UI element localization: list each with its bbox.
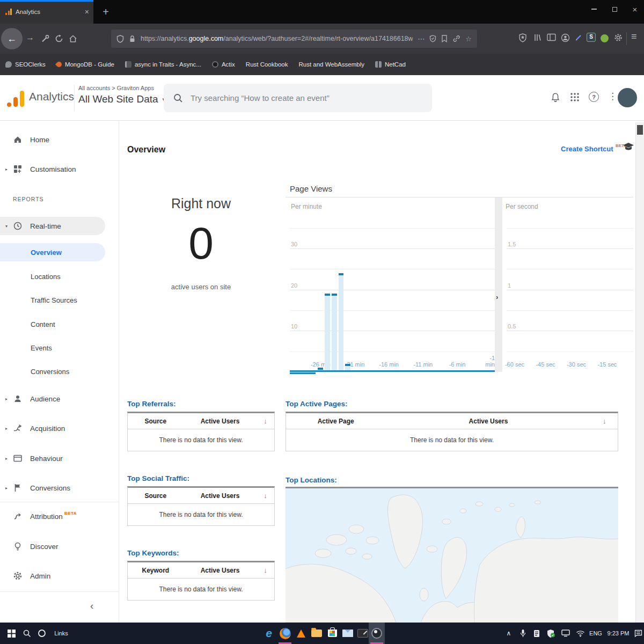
column-header-active-page[interactable]: Active Page xyxy=(286,418,385,425)
sidebar-item-realtime[interactable]: ▾ Real-time xyxy=(0,217,105,235)
sidebar-item-home[interactable]: Home xyxy=(0,130,107,149)
expand-caret-icon[interactable]: ▸ xyxy=(2,486,11,491)
sidebar-item-attribution[interactable]: Attribution BETA xyxy=(0,507,107,525)
search-input[interactable] xyxy=(191,93,422,103)
forward-button[interactable]: → xyxy=(26,33,34,42)
back-button[interactable]: ← xyxy=(1,28,23,49)
tracking-shield-icon[interactable] xyxy=(116,35,124,43)
create-shortcut-link[interactable]: Create Shortcut xyxy=(561,145,613,153)
taskbar-search-icon[interactable] xyxy=(19,623,34,644)
bookmark-flag-icon[interactable] xyxy=(441,35,448,42)
page-actions-icon[interactable]: ⋯ xyxy=(418,35,425,43)
tab-close-icon[interactable]: × xyxy=(85,8,89,16)
taskbar-edge-icon[interactable]: e xyxy=(261,623,277,644)
bookmark-star-icon[interactable]: ☆ xyxy=(465,35,472,43)
sidebar-item-admin[interactable]: Admin xyxy=(0,567,107,585)
column-header-active-users[interactable]: Active Users xyxy=(385,418,591,425)
library-icon[interactable] xyxy=(533,33,541,42)
tray-display-icon[interactable] xyxy=(559,623,572,644)
sidebar-collapse-button[interactable]: ‹ xyxy=(90,600,93,612)
sort-descending-icon[interactable]: ↓ xyxy=(257,492,274,500)
academy-cap-icon[interactable] xyxy=(623,142,634,151)
tray-document-icon[interactable] xyxy=(530,623,543,644)
tray-language-indicator[interactable]: ENG xyxy=(587,623,604,644)
expand-caret-icon[interactable]: ▸ xyxy=(2,426,11,431)
tray-show-hidden-icons[interactable]: ∧ xyxy=(502,623,515,644)
analytics-logo[interactable] xyxy=(6,89,26,107)
sort-descending-icon[interactable]: ↓ xyxy=(257,417,274,425)
expand-caret-icon[interactable]: ▸ xyxy=(2,456,11,461)
taskbar-mail-icon[interactable] xyxy=(340,623,356,644)
sidebar-item-customisation[interactable]: ▸ Customisation xyxy=(0,160,107,178)
sidebar-item-traffic-sources[interactable]: Traffic Sources xyxy=(0,291,107,309)
green-extension-icon[interactable] xyxy=(601,34,609,42)
browser-tab-analytics[interactable]: Analytics × xyxy=(0,0,93,24)
taskbar-vlc-icon[interactable] xyxy=(293,623,309,644)
column-header-active-users[interactable]: Active Users xyxy=(184,567,257,574)
property-selector[interactable]: All Web Site Data ▾ xyxy=(78,93,165,105)
account-breadcrumb[interactable]: All accounts > Graviton Apps xyxy=(78,85,154,91)
google-apps-grid-icon[interactable] xyxy=(569,92,580,103)
tray-security-shield-icon[interactable] xyxy=(544,623,558,644)
account-profile-icon[interactable] xyxy=(561,33,570,42)
help-icon[interactable]: ? xyxy=(589,92,599,102)
bookmark-netcad[interactable]: NetCad xyxy=(375,61,406,68)
chart-splitter-handle[interactable]: › xyxy=(495,197,502,372)
sidebar-item-acquisition[interactable]: ▸ Acquisition xyxy=(0,419,107,437)
bookmark-mongodb[interactable]: MongoDB - Guide xyxy=(56,61,114,68)
window-close-button[interactable]: × xyxy=(626,2,644,16)
column-header-active-users[interactable]: Active Users xyxy=(184,492,257,500)
new-tab-button[interactable]: + xyxy=(99,4,113,19)
column-header-active-users[interactable]: Active Users xyxy=(184,418,257,425)
url-text[interactable]: https://analytics.google.com/analytics/w… xyxy=(141,35,413,42)
taskbar-store-icon[interactable] xyxy=(324,623,340,644)
world-map[interactable] xyxy=(286,487,618,623)
sort-descending-icon[interactable]: ↓ xyxy=(257,566,274,574)
highlighter-pen-icon[interactable] xyxy=(575,33,583,41)
expand-caret-icon[interactable]: ▸ xyxy=(2,167,11,172)
bookmark-actix[interactable]: Actix xyxy=(212,61,235,68)
tray-microphone-icon[interactable] xyxy=(516,623,529,644)
window-minimize-button[interactable] xyxy=(585,2,603,16)
cortana-icon[interactable] xyxy=(34,623,49,644)
wrench-icon[interactable] xyxy=(41,34,49,43)
lock-icon[interactable] xyxy=(129,35,136,43)
per-second-plot[interactable]: 0.511.5-60 sec-45 sec-30 sec-15 sec xyxy=(507,197,633,372)
bookmark-rust-wasm[interactable]: Rust and WebAssembly xyxy=(298,61,364,68)
sidebar-item-conversions-sub[interactable]: Conversions xyxy=(0,362,107,380)
expand-caret-icon[interactable]: ▸ xyxy=(2,397,11,401)
bookmark-rust-cookbook[interactable]: Rust Cookbook xyxy=(246,61,288,68)
sidebar-item-overview[interactable]: Overview xyxy=(0,243,105,261)
links-toolbar-label[interactable]: Links xyxy=(50,623,72,644)
bookmark-seoclerks[interactable]: SEOClerks xyxy=(5,61,46,68)
start-button[interactable] xyxy=(3,623,19,644)
column-header-keyword[interactable]: Keyword xyxy=(128,567,184,574)
pocket-shield-icon[interactable] xyxy=(429,35,436,42)
page-scrollbar[interactable] xyxy=(635,122,644,623)
sidebar-item-conversions[interactable]: ▸ Conversions xyxy=(0,479,107,497)
tray-clock[interactable]: 9:23 PM xyxy=(604,623,632,644)
url-bar[interactable]: https://analytics.google.com/analytics/w… xyxy=(111,30,477,48)
reload-button[interactable] xyxy=(55,34,63,43)
taskbar-firefox-icon[interactable] xyxy=(277,623,293,644)
extension-gear-icon[interactable] xyxy=(614,33,623,42)
sidebar-item-discover[interactable]: Discover xyxy=(0,537,107,555)
taskbar-explorer-icon[interactable] xyxy=(309,623,325,644)
link-icon[interactable] xyxy=(452,35,460,42)
stylus-extension-icon[interactable]: S xyxy=(587,33,596,42)
sidebar-toggle-icon[interactable] xyxy=(547,33,556,41)
sidebar-item-locations[interactable]: Locations xyxy=(0,267,107,286)
action-center-icon[interactable] xyxy=(632,623,644,644)
sidebar-item-behaviour[interactable]: ▸ Behaviour xyxy=(0,449,107,467)
bookmark-async-traits[interactable]: async in Traits - Async... xyxy=(125,61,201,68)
tray-wifi-icon[interactable] xyxy=(573,623,587,644)
sidebar-item-content[interactable]: Content xyxy=(0,315,107,333)
notifications-bell-icon[interactable] xyxy=(550,92,561,104)
per-minute-plot[interactable]: 102030-26 min-21 min-16 min-11 min-6 min… xyxy=(290,197,495,372)
sidebar-item-audience[interactable]: ▸ Audience xyxy=(0,390,107,408)
kebab-menu-icon[interactable]: ⋮ xyxy=(608,91,617,102)
collapse-caret-icon[interactable]: ▾ xyxy=(2,224,11,229)
sort-descending-icon[interactable]: ↓ xyxy=(591,417,618,425)
window-restore-button[interactable] xyxy=(605,2,624,16)
taskbar-obs-icon-active[interactable] xyxy=(369,623,385,644)
